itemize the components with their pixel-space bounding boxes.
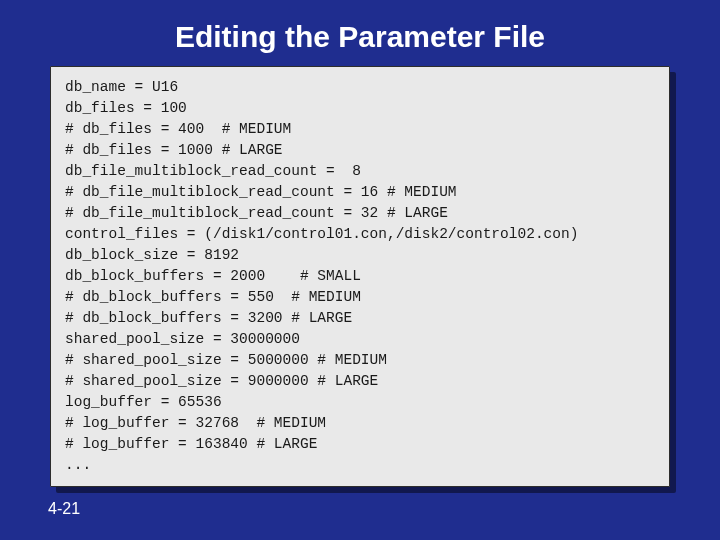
page-number: 4-21: [48, 500, 80, 518]
code-panel: db_name = U16 db_files = 100 # db_files …: [50, 66, 670, 487]
page-title: Editing the Parameter File: [40, 20, 680, 54]
parameter-file-code: db_name = U16 db_files = 100 # db_files …: [65, 77, 655, 476]
code-panel-wrap: db_name = U16 db_files = 100 # db_files …: [50, 66, 670, 487]
slide: Editing the Parameter File db_name = U16…: [0, 0, 720, 540]
